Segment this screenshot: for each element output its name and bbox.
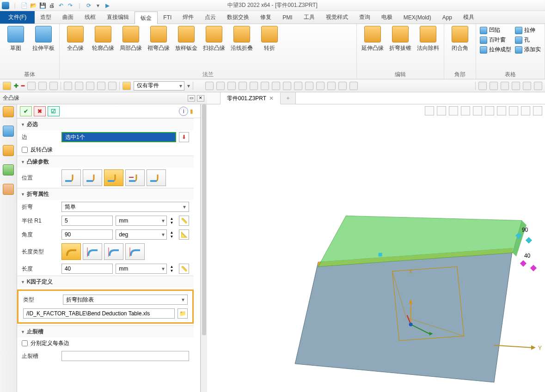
tb-icon[interactable] (108, 82, 116, 90)
tb-icon[interactable] (261, 82, 269, 90)
tb-icon[interactable] (327, 82, 336, 90)
measure-icon[interactable]: 📏 (179, 216, 189, 226)
palette-icon[interactable] (3, 164, 14, 175)
filter-combo[interactable]: 仅有零件 (134, 81, 184, 90)
menu-item[interactable]: PMI (277, 11, 298, 24)
tool-normal-cut[interactable]: 法向除料 (415, 26, 441, 70)
browse-icon[interactable]: 📁 (178, 308, 188, 319)
section-relief[interactable]: 止裂槽 (17, 326, 194, 338)
relief-combo[interactable] (61, 351, 190, 361)
mini-tool[interactable]: 百叶窗 (479, 36, 512, 44)
angle-unit[interactable]: deg (116, 229, 167, 240)
tb-icon[interactable] (122, 82, 131, 90)
mini-tool[interactable]: 添加实 (514, 45, 542, 54)
tb-icon[interactable] (534, 82, 542, 90)
tb-icon[interactable] (227, 82, 236, 90)
tb-icon[interactable] (216, 82, 225, 90)
angle-input[interactable]: 90 (61, 229, 113, 240)
lentype-1[interactable] (61, 243, 81, 260)
length-input[interactable]: 40 (61, 264, 113, 274)
menu-file[interactable]: 文件(F) (0, 11, 35, 24)
pos-option-1[interactable] (61, 169, 81, 186)
menu-item[interactable]: 曲面 (57, 11, 79, 24)
close-tab-icon[interactable]: ✕ (269, 95, 274, 102)
menu-item[interactable]: 电极 (376, 11, 398, 24)
tb-icon[interactable] (86, 82, 94, 90)
ktype-combo[interactable]: 折弯扣除表▾ (63, 295, 188, 305)
new-tab-button[interactable]: ＋ (281, 92, 296, 104)
plus-icon[interactable]: ✚ (14, 83, 18, 89)
info-icon[interactable]: i (179, 107, 188, 116)
measure-icon[interactable]: 📐 (179, 229, 189, 240)
menu-item[interactable]: FTI (158, 11, 177, 24)
expand-icon[interactable]: ▮ (190, 108, 197, 115)
bend-combo[interactable]: 简单▾ (61, 202, 190, 212)
tb-icon[interactable] (305, 82, 313, 90)
section-required[interactable]: 必选 (17, 119, 194, 130)
tool-sweep-flange[interactable]: 扫掠凸缘 (201, 26, 227, 70)
palette-icon[interactable] (3, 106, 14, 117)
doc-tab[interactable]: 零件001.Z3PRT ✕ (220, 93, 281, 104)
panel-scrollbar[interactable] (201, 104, 207, 392)
redo-icon[interactable]: ↷ (67, 2, 74, 9)
tool-jog[interactable]: 转折 (257, 26, 282, 70)
tb-icon[interactable] (272, 82, 280, 90)
cursor-icon[interactable] (3, 82, 11, 90)
save-icon[interactable]: 💾 (39, 2, 46, 9)
tb-icon[interactable] (250, 82, 258, 90)
undo-icon[interactable]: ↶ (57, 2, 65, 9)
close-icon[interactable]: ✕ (197, 95, 204, 102)
menu-item[interactable]: 线框 (79, 11, 101, 24)
tool-extrude-flat[interactable]: 拉伸平板 (31, 26, 56, 70)
3d-canvas[interactable]: X Y 90 40 (207, 104, 545, 392)
tb-icon[interactable] (38, 82, 47, 90)
menu-item[interactable]: 工具 (298, 11, 320, 24)
tool-loft-sheet[interactable]: 放样钣金 (173, 26, 199, 70)
spin[interactable]: ▲▼ (170, 230, 176, 239)
menu-item[interactable]: App (437, 11, 458, 24)
radius-unit[interactable]: mm (116, 216, 167, 226)
minimize-icon[interactable]: ▭ (188, 95, 195, 102)
tb-icon[interactable] (523, 82, 531, 90)
length-unit[interactable]: mm (116, 264, 167, 274)
dropdown-icon[interactable]: ▾ (94, 2, 102, 9)
spin[interactable]: ▲▼ (170, 265, 176, 273)
menu-item[interactable]: 造型 (35, 11, 57, 24)
pos-option-3[interactable] (104, 169, 123, 186)
menu-item[interactable]: 模具 (458, 11, 480, 24)
menu-item[interactable]: 视觉样式 (320, 11, 354, 24)
minus-icon[interactable]: ━ (21, 83, 24, 89)
palette-icon[interactable] (3, 126, 14, 137)
tb-icon[interactable] (283, 82, 291, 90)
menu-item[interactable]: 数据交换 (221, 11, 255, 24)
edge-selection[interactable]: 选中1个 (61, 132, 177, 142)
mini-tool[interactable]: 拉伸 (514, 26, 542, 35)
tool-extend-flange[interactable]: 延伸凸缘 (360, 26, 386, 70)
refresh-icon[interactable]: ⟳ (85, 2, 92, 9)
tool-bend-draft[interactable]: 折弯拔锥 (387, 26, 413, 70)
tb-icon[interactable] (490, 82, 498, 90)
tb-icon[interactable] (294, 82, 302, 90)
new-icon[interactable]: 📄 (20, 2, 28, 9)
mini-tool[interactable]: 拉伸成型 (479, 45, 512, 54)
tb-icon[interactable] (64, 82, 72, 90)
tool-close-corner[interactable]: 闭合角 (447, 26, 473, 70)
relief-each-checkbox[interactable] (22, 340, 28, 346)
section-flange[interactable]: 凸缘参数 (17, 156, 194, 168)
lentype-4[interactable] (125, 243, 145, 260)
tool-contour-flange[interactable]: 轮廓凸缘 (90, 26, 116, 70)
tb-icon[interactable] (316, 82, 325, 90)
mini-tool[interactable]: 孔 (514, 36, 542, 44)
tb-icon[interactable] (75, 82, 83, 90)
tb-icon[interactable] (27, 82, 36, 90)
spin[interactable]: ▲▼ (170, 217, 176, 225)
menu-item[interactable]: 焊件 (177, 11, 199, 24)
pick-icon[interactable]: ⬇ (179, 132, 189, 142)
tool-fold-line[interactable]: 沿线折叠 (229, 26, 255, 70)
tb-icon[interactable] (239, 82, 247, 90)
play-icon[interactable]: ▶ (104, 2, 111, 9)
measure-icon[interactable]: 📏 (179, 264, 189, 274)
tool-partial-flange[interactable]: 局部凸缘 (118, 26, 144, 70)
tb-icon[interactable] (205, 82, 214, 90)
menu-item[interactable]: 查询 (354, 11, 376, 24)
